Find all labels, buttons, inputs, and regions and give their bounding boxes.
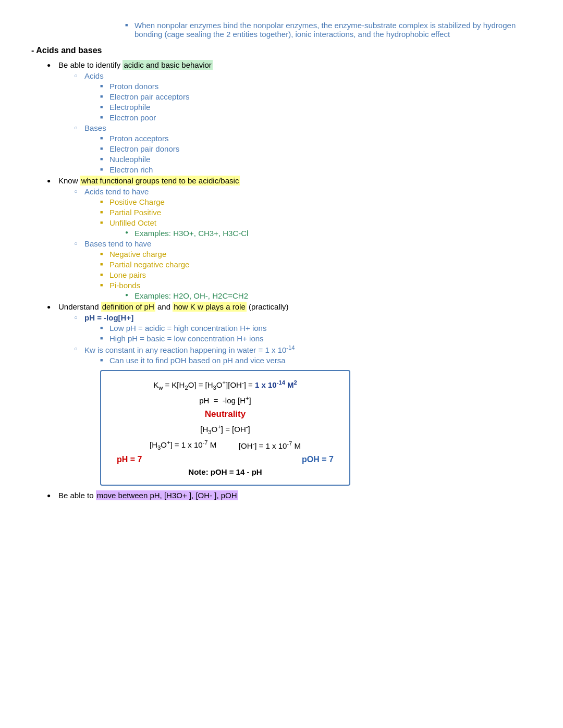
high-ph: High pH = basic = low concentration H+ i… — [100, 334, 532, 343]
formula-line1: Kw = K[H2O] = [H3O+][OH-] = 1 x 10-14 M2 — [112, 379, 339, 391]
formula-note: Note: pOH = 14 - pH — [112, 467, 339, 476]
highlight-acidic-basic: acidic and basic behavior — [123, 60, 212, 70]
formula-ph-row: pH = 7 pOH = 7 — [112, 455, 339, 464]
kw-text: Kw is constant in any reaction happening… — [84, 346, 295, 354]
section-header: - Acids and bases — [31, 46, 532, 55]
list-item-functional-groups: Know what functional groups tend to be a… — [47, 176, 532, 300]
functional-groups-list: Acids tend to have Positive Charge Parti… — [58, 187, 532, 300]
electron-pair-acceptors: Electron pair acceptors — [100, 92, 532, 101]
highlight-move-between: move between pH, [H3O+ ], [OH- ], pOH — [96, 490, 238, 500]
bases-examples: Examples: H2O, OH-, H2C=CH2 — [125, 291, 532, 300]
bases-tend: Bases tend to have Negative charge Parti… — [74, 239, 532, 300]
bases-examples-list: Examples: H2O, OH-, H2C=CH2 — [109, 291, 532, 300]
last-bullet-list: Be able to move between pH, [H3O+ ], [OH… — [31, 491, 532, 500]
ph-list: pH = -log[H+] Low pH = acidic = high con… — [58, 313, 532, 486]
poh-equals-7: pOH = 7 — [302, 455, 334, 464]
ph-equals-7: pH = 7 — [117, 455, 142, 464]
acids-examples: Examples: H3O+, CH3+, H3C-Cl — [125, 229, 532, 238]
acids-sublist: Proton donors Electron pair acceptors El… — [84, 82, 532, 122]
poh-item: Can use it to find pOH based on pH and v… — [100, 356, 532, 365]
electrophile: Electrophile — [100, 103, 532, 112]
acids-tend: Acids tend to have Positive Charge Parti… — [74, 187, 532, 238]
acids-examples-list: Examples: H3O+, CH3+, H3C-Cl — [109, 229, 532, 238]
acids-bases-list: Acids Proton donors Electron pair accept… — [58, 71, 532, 174]
proton-acceptors: Proton acceptors — [100, 134, 532, 143]
highlight-kw: how K w plays a role — [173, 302, 247, 312]
unfilled-octet: Unfilled Octet Examples: H3O+, CH3+, H3C… — [100, 218, 532, 238]
highlight-functional-groups: what functional groups tend to be acidic… — [80, 176, 240, 186]
ph-items: Low pH = acidic = high concentration H+ … — [84, 324, 532, 343]
ph-formula-item: pH = -log[H+] Low pH = acidic = high con… — [74, 313, 532, 343]
proton-donors: Proton donors — [100, 82, 532, 91]
formula-line5: [H3O+] = 1 x 10-7 M [OH-] = 1 x 10-7 M — [112, 439, 339, 451]
list-item-identify: Be able to identify acidic and basic beh… — [47, 60, 532, 174]
last-bullet: Be able to move between pH, [H3O+ ], [OH… — [47, 491, 532, 500]
low-ph: Low pH = acidic = high concentration H+ … — [100, 324, 532, 332]
electron-pair-donors: Electron pair donors — [100, 144, 532, 153]
kw-items: Can use it to find pOH based on pH and v… — [84, 356, 532, 365]
lone-pairs: Lone pairs — [100, 270, 532, 279]
electron-poor: Electron poor — [100, 113, 532, 122]
intro-section: When nonpolar enzymes bind the nonpolar … — [31, 21, 532, 39]
bases-tend-list: Negative charge Partial negative charge … — [84, 250, 532, 300]
partial-negative-charge: Partial negative charge — [100, 260, 532, 269]
formula-neutrality: Neutrality — [112, 409, 339, 419]
electron-rich: Electron rich — [100, 165, 532, 174]
acids-item: Acids Proton donors Electron pair accept… — [74, 71, 532, 122]
highlight-def-ph: definition of pH — [101, 302, 155, 312]
acids-tend-list: Positive Charge Partial Positive Unfille… — [84, 198, 532, 238]
list-item-ph: Understand definition of pH and how K w … — [47, 302, 532, 486]
main-list: Be able to identify acidic and basic beh… — [31, 60, 532, 486]
positive-charge: Positive Charge — [100, 198, 532, 206]
negative-charge: Negative charge — [100, 250, 532, 258]
formula-box: Kw = K[H2O] = [H3O+][OH-] = 1 x 10-14 M2… — [100, 370, 350, 486]
intro-bullet: When nonpolar enzymes bind the nonpolar … — [125, 21, 532, 39]
pi-bonds: Pi-bonds Examples: H2O, OH-, H2C=CH2 — [100, 281, 532, 300]
formula-line2: pH = -log [H+] — [112, 395, 339, 405]
kw-item: Kw is constant in any reaction happening… — [74, 344, 532, 486]
partial-positive: Partial Positive — [100, 208, 532, 217]
bases-item: Bases Proton acceptors Electron pair don… — [74, 124, 532, 174]
formula-line4: [H3O+] = [OH-] — [112, 424, 339, 435]
ph-formula-label: pH = -log[H+] — [84, 313, 133, 322]
bases-sublist: Proton acceptors Electron pair donors Nu… — [84, 134, 532, 174]
nucleophile: Nucleophile — [100, 155, 532, 164]
